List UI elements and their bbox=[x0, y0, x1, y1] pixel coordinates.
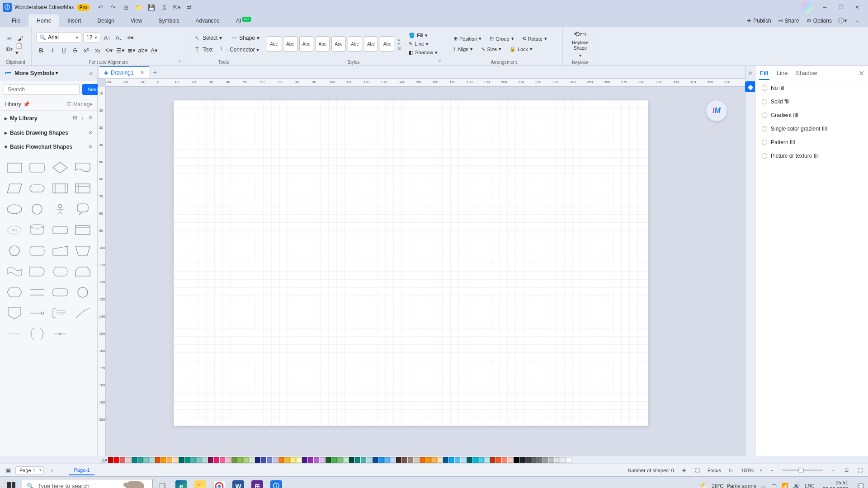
italic-button[interactable]: I bbox=[47, 45, 57, 55]
fill-option-solid[interactable]: Solid fill bbox=[755, 95, 868, 108]
color-swatch[interactable] bbox=[472, 457, 478, 463]
share-button[interactable]: ⚯Share bbox=[778, 18, 799, 24]
color-swatch[interactable] bbox=[449, 457, 454, 463]
shape-alternate-process[interactable] bbox=[51, 284, 69, 300]
add-page-button[interactable]: ＋ bbox=[47, 466, 57, 475]
style-swatch-2[interactable]: Abc bbox=[283, 36, 297, 52]
fill-button[interactable]: 🪣Fill▾ bbox=[406, 32, 440, 39]
close-section-icon[interactable]: ✕ bbox=[88, 144, 93, 150]
color-swatch[interactable] bbox=[120, 457, 125, 463]
color-swatch[interactable] bbox=[496, 457, 501, 463]
line-button[interactable]: ✎Line▾ bbox=[406, 40, 440, 48]
drawing-page[interactable] bbox=[174, 100, 648, 426]
color-swatch[interactable] bbox=[461, 457, 466, 463]
bold-button[interactable]: B bbox=[36, 45, 46, 55]
clock[interactable]: 05:51 22-09-2023 bbox=[823, 480, 848, 488]
color-swatch[interactable] bbox=[284, 457, 290, 463]
close-tab-icon[interactable]: ✕ bbox=[140, 70, 144, 75]
open-icon[interactable]: 📁 bbox=[135, 4, 142, 11]
menu-insert[interactable]: Insert bbox=[59, 14, 89, 27]
decrease-font-icon[interactable]: A↓ bbox=[114, 33, 124, 42]
fill-option-picture[interactable]: Picture or texture fill bbox=[755, 149, 868, 163]
weather-widget[interactable]: ⛅ 28°C Partly sunny bbox=[700, 482, 756, 488]
shape-parallel[interactable] bbox=[28, 284, 46, 300]
color-swatch[interactable] bbox=[337, 457, 343, 463]
color-swatch[interactable] bbox=[390, 457, 396, 463]
color-swatch[interactable] bbox=[396, 457, 401, 463]
color-swatch[interactable] bbox=[290, 457, 296, 463]
color-swatch[interactable] bbox=[261, 457, 266, 463]
new-icon[interactable]: ⊞ bbox=[123, 4, 130, 11]
shape-circle[interactable] bbox=[28, 201, 46, 217]
lib-action-1[interactable]: ⊞ bbox=[73, 114, 77, 122]
select-tool[interactable]: ↖Select▾ bbox=[190, 33, 226, 43]
shape-direct-data[interactable] bbox=[28, 243, 46, 259]
color-swatch[interactable] bbox=[378, 457, 384, 463]
shape-predefined[interactable] bbox=[51, 180, 69, 197]
shape-process[interactable] bbox=[5, 160, 24, 176]
strike-button[interactable]: S bbox=[70, 45, 80, 55]
maximize-button[interactable]: ❐ bbox=[833, 0, 849, 14]
color-swatch[interactable] bbox=[326, 457, 331, 463]
style-swatch-8[interactable]: Abc bbox=[380, 36, 394, 52]
export-icon[interactable]: ⇱▾ bbox=[173, 4, 180, 11]
app-edraw[interactable]: ⓘ bbox=[267, 477, 286, 488]
shape-summing[interactable] bbox=[28, 305, 46, 321]
menu-design[interactable]: Design bbox=[89, 14, 122, 27]
close-right-panel[interactable]: ✕ bbox=[859, 69, 864, 78]
fill-option-gradient[interactable]: Gradient fill bbox=[755, 108, 868, 122]
color-swatch[interactable] bbox=[420, 457, 425, 463]
color-swatch[interactable] bbox=[331, 457, 337, 463]
shadow-tab[interactable]: Shadow bbox=[795, 67, 818, 80]
menu-ai[interactable]: AIhot bbox=[228, 14, 259, 27]
color-swatch[interactable] bbox=[249, 457, 255, 463]
document-tab[interactable]: ◈ Drawing1 ✕ bbox=[99, 66, 149, 78]
shape-off-page[interactable] bbox=[5, 305, 24, 321]
color-swatch[interactable] bbox=[220, 457, 225, 463]
styles-expand[interactable]: ⊡ bbox=[398, 46, 401, 51]
replace-shape-button[interactable]: ⟲▭ Replace Shape▾ bbox=[570, 29, 590, 59]
app-chrome[interactable] bbox=[210, 477, 229, 488]
color-swatch[interactable] bbox=[525, 457, 531, 463]
shape-dot-line[interactable] bbox=[51, 326, 69, 342]
underline-button[interactable]: U bbox=[59, 45, 69, 55]
color-swatch[interactable] bbox=[355, 457, 360, 463]
increase-font-icon[interactable]: A↑ bbox=[102, 33, 112, 42]
color-swatch[interactable] bbox=[184, 457, 190, 463]
align-button[interactable]: ⫴Align▾ bbox=[450, 44, 476, 54]
fit-page-icon[interactable]: ⊡ bbox=[843, 467, 850, 474]
color-swatch[interactable] bbox=[143, 457, 149, 463]
lang-icon[interactable]: ENG bbox=[805, 483, 815, 488]
paste-icon[interactable]: 📋▾ bbox=[15, 44, 25, 54]
color-swatch[interactable] bbox=[132, 457, 137, 463]
app-explorer[interactable]: 📁 bbox=[191, 477, 210, 488]
color-swatch[interactable] bbox=[202, 457, 208, 463]
shape-tool[interactable]: ▭Shape▾ bbox=[226, 33, 263, 43]
zoom-slider[interactable] bbox=[782, 469, 823, 471]
page-tab[interactable]: Page-1 bbox=[69, 465, 94, 475]
color-swatch[interactable] bbox=[179, 457, 184, 463]
color-swatch[interactable] bbox=[196, 457, 202, 463]
color-swatch[interactable] bbox=[349, 457, 354, 463]
present-icon[interactable]: ▷ bbox=[727, 467, 735, 474]
shape-on-page-ref[interactable] bbox=[74, 284, 92, 300]
shape-connector-circle[interactable] bbox=[5, 243, 24, 259]
format-painter-icon[interactable]: 🖌 bbox=[15, 33, 25, 43]
styles-scroll-down[interactable]: ▾ bbox=[398, 42, 401, 46]
color-swatch[interactable] bbox=[231, 457, 237, 463]
fill-option-none[interactable]: No fill bbox=[755, 81, 868, 95]
fill-tab[interactable]: Fill bbox=[759, 67, 769, 80]
style-swatch-3[interactable]: Abc bbox=[299, 36, 314, 52]
color-swatch[interactable] bbox=[402, 457, 407, 463]
color-swatch[interactable] bbox=[414, 457, 419, 463]
more-qat-icon[interactable]: ⇄ bbox=[186, 4, 193, 11]
shape-line-dash[interactable] bbox=[5, 326, 24, 342]
shape-brace[interactable] bbox=[28, 326, 46, 342]
print-icon[interactable]: 🖨 bbox=[160, 4, 168, 11]
superscript-icon[interactable]: x² bbox=[81, 45, 91, 55]
color-swatch[interactable] bbox=[114, 457, 119, 463]
color-swatch[interactable] bbox=[343, 457, 349, 463]
notifications-icon[interactable]: 💬 bbox=[856, 482, 865, 488]
collapse-ribbon-icon[interactable]: ︿ bbox=[854, 17, 861, 24]
menu-advanced[interactable]: Advanced bbox=[188, 14, 228, 27]
